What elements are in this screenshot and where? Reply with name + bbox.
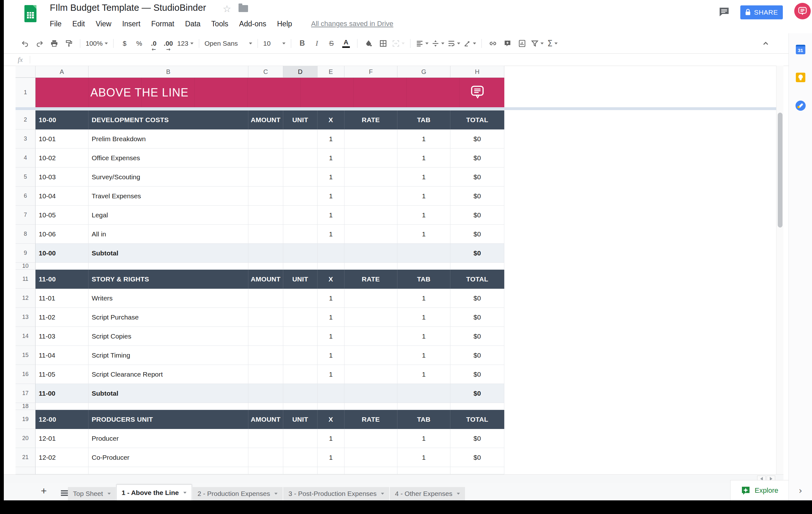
cell-A12[interactable]: 11-01 bbox=[35, 289, 88, 308]
decrease-decimals-button[interactable]: .0← bbox=[148, 37, 160, 50]
column-header-A[interactable]: A bbox=[35, 66, 88, 78]
cell-G15[interactable]: 1 bbox=[398, 346, 451, 365]
cell-F17[interactable] bbox=[345, 384, 398, 403]
cell-A2[interactable]: 10-00 bbox=[35, 110, 88, 130]
row-number-3[interactable]: 3 bbox=[16, 130, 35, 148]
text-rotation-button[interactable] bbox=[463, 37, 476, 50]
cell-C7[interactable] bbox=[249, 206, 283, 225]
sheet-tab-2-production-expenses[interactable]: 2 - Production Expenses bbox=[193, 487, 283, 501]
row-number-5[interactable]: 5 bbox=[16, 168, 35, 187]
cell-H16[interactable]: $0 bbox=[451, 365, 504, 384]
paint-format-button[interactable] bbox=[63, 37, 75, 50]
cell-H4[interactable]: $0 bbox=[451, 148, 504, 168]
cell-A15[interactable]: 11-04 bbox=[35, 346, 88, 365]
cell-D14[interactable] bbox=[283, 327, 318, 346]
frozen-row-divider[interactable] bbox=[16, 107, 783, 110]
row-number-15[interactable]: 15 bbox=[16, 346, 35, 365]
cell-C13[interactable] bbox=[249, 308, 283, 327]
cell-F12[interactable] bbox=[345, 289, 398, 308]
cell-B22[interactable] bbox=[88, 467, 249, 474]
cell-B20[interactable]: Producer bbox=[88, 429, 249, 448]
cell-G19[interactable]: TAB bbox=[398, 410, 451, 429]
cell-E15[interactable]: 1 bbox=[318, 346, 345, 365]
cell-C21[interactable] bbox=[249, 448, 283, 467]
cell-A13[interactable]: 11-02 bbox=[35, 308, 88, 327]
cell-B21[interactable]: Co-Producer bbox=[88, 448, 249, 467]
cell-D2[interactable]: UNIT bbox=[283, 110, 318, 130]
cell-E13[interactable]: 1 bbox=[318, 308, 345, 327]
vertical-scrollbar-thumb[interactable] bbox=[778, 113, 783, 228]
cell-D5[interactable] bbox=[283, 168, 318, 187]
cell-B16[interactable]: Script Clearance Report bbox=[88, 365, 249, 384]
row-number-9[interactable]: 9 bbox=[16, 244, 35, 263]
column-header-E[interactable]: E bbox=[318, 66, 345, 78]
cell-F2[interactable]: RATE bbox=[345, 110, 398, 130]
cell-C20[interactable] bbox=[249, 429, 283, 448]
cell-D6[interactable] bbox=[283, 187, 318, 206]
save-status[interactable]: All changes saved in Drive bbox=[311, 20, 393, 28]
cell-A18[interactable] bbox=[35, 403, 88, 410]
cell-E21[interactable]: 1 bbox=[318, 448, 345, 467]
cell-D7[interactable] bbox=[283, 206, 318, 225]
tab-menu-caret-icon[interactable] bbox=[183, 492, 186, 494]
cell-H12[interactable]: $0 bbox=[451, 289, 504, 308]
all-sheets-icon[interactable] bbox=[61, 490, 68, 496]
bold-button[interactable]: B bbox=[296, 37, 308, 50]
insert-chart-button[interactable] bbox=[516, 37, 528, 50]
cell-D20[interactable] bbox=[283, 429, 318, 448]
cell-A7[interactable]: 10-05 bbox=[35, 206, 88, 225]
cell-H2[interactable]: TOTAL bbox=[451, 110, 504, 130]
share-button[interactable]: SHARE bbox=[740, 5, 783, 19]
cell-B17[interactable]: Subtotal bbox=[88, 384, 249, 403]
cell-C11[interactable]: AMOUNT bbox=[249, 270, 283, 289]
menu-view[interactable]: View bbox=[96, 20, 111, 28]
add-sheet-button[interactable]: + bbox=[38, 485, 50, 497]
cell-G9[interactable] bbox=[398, 244, 451, 263]
zoom-select[interactable]: 100% bbox=[86, 37, 108, 50]
collapse-toolbar-button[interactable] bbox=[760, 37, 772, 50]
cell-C18[interactable] bbox=[249, 403, 283, 410]
tab-menu-caret-icon[interactable] bbox=[381, 493, 384, 495]
row-number-13[interactable]: 13 bbox=[16, 308, 35, 327]
cell-B5[interactable]: Survey/Scouting bbox=[88, 168, 249, 187]
cell-E6[interactable]: 1 bbox=[318, 187, 345, 206]
cell-A17[interactable]: 11-00 bbox=[35, 384, 88, 403]
column-header-G[interactable]: G bbox=[398, 66, 451, 78]
cell-G14[interactable]: 1 bbox=[398, 327, 451, 346]
cell-B9[interactable]: Subtotal bbox=[88, 244, 249, 263]
cell-B11[interactable]: STORY & RIGHTS bbox=[88, 270, 249, 289]
sheet-tab-1-above-the-line[interactable]: 1 - Above the Line bbox=[116, 485, 192, 501]
cell-E14[interactable]: 1 bbox=[318, 327, 345, 346]
merge-cells-button[interactable] bbox=[392, 37, 405, 50]
tab-menu-caret-icon[interactable] bbox=[108, 493, 111, 495]
tab-menu-caret-icon[interactable] bbox=[457, 493, 460, 495]
cell-H11[interactable]: TOTAL bbox=[451, 270, 504, 289]
cell-D18[interactable] bbox=[283, 403, 318, 410]
cell-B18[interactable] bbox=[88, 403, 249, 410]
italic-button[interactable]: I bbox=[311, 37, 323, 50]
row-number-19[interactable]: 19 bbox=[16, 410, 35, 429]
cell-F21[interactable] bbox=[345, 448, 398, 467]
column-header-D[interactable]: D bbox=[283, 66, 318, 78]
menu-insert[interactable]: Insert bbox=[122, 20, 141, 28]
cell-D22[interactable] bbox=[283, 467, 318, 474]
cell-E9[interactable] bbox=[318, 244, 345, 263]
menu-add-ons[interactable]: Add-ons bbox=[239, 20, 266, 28]
cell-A11[interactable]: 11-00 bbox=[35, 270, 88, 289]
vertical-align-button[interactable] bbox=[432, 37, 444, 50]
cell-F3[interactable] bbox=[345, 130, 398, 148]
cell-H19[interactable]: TOTAL bbox=[451, 410, 504, 429]
row-number-22[interactable] bbox=[16, 467, 35, 474]
text-color-button[interactable]: A bbox=[340, 37, 352, 50]
cell-E5[interactable]: 1 bbox=[318, 168, 345, 187]
menu-format[interactable]: Format bbox=[151, 20, 174, 28]
cell-H8[interactable]: $0 bbox=[451, 225, 504, 244]
row-number-6[interactable]: 6 bbox=[16, 187, 35, 206]
cell-D21[interactable] bbox=[283, 448, 318, 467]
increase-decimals-button[interactable]: .00→ bbox=[163, 37, 174, 50]
cell-D16[interactable] bbox=[283, 365, 318, 384]
sheet-tab-3-post-production-expenses[interactable]: 3 - Post-Production Expenses bbox=[283, 487, 389, 501]
cell-F9[interactable] bbox=[345, 244, 398, 263]
cell-D3[interactable] bbox=[283, 130, 318, 148]
cell-F14[interactable] bbox=[345, 327, 398, 346]
